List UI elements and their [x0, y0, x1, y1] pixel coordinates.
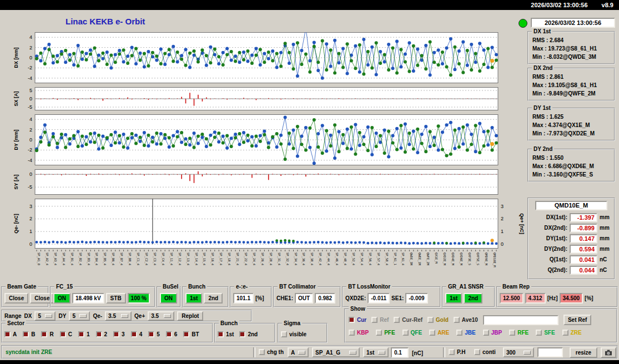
bunch-select[interactable]: 1st [363, 347, 389, 357]
checkbox-cur[interactable]: Cur [349, 317, 366, 323]
checkbox-indicator[interactable] [113, 331, 119, 337]
replot-button[interactable]: Replot [177, 311, 203, 321]
bunch-1st-button[interactable]: 1st [185, 293, 202, 304]
checkbox-indicator[interactable] [4, 331, 11, 337]
checkbox-4[interactable]: 4 [131, 331, 143, 337]
svg-text:SP_B1_4: SP_B1_4 [70, 252, 74, 266]
checkbox-indicator[interactable] [78, 331, 84, 337]
checkbox-indicator[interactable] [259, 349, 265, 355]
group-title: Bunch [219, 320, 239, 326]
checkbox-kbp[interactable]: KBP [349, 330, 369, 336]
checkbox-1[interactable]: 1 [78, 331, 90, 337]
checkbox-indicator[interactable] [402, 330, 409, 336]
range-qem-select[interactable]: 3.5 [105, 311, 132, 321]
ee-ratio-unit: [%] [255, 295, 264, 301]
fc15-on-button[interactable]: ON [53, 293, 71, 304]
points-count-select[interactable]: 300 [503, 347, 534, 357]
chg-th-checkbox[interactable]: chg th [259, 349, 284, 355]
checkbox-jbe[interactable]: JBE [456, 330, 475, 336]
checkbox-gold[interactable]: Gold [427, 317, 449, 323]
checkbox-indicator[interactable] [483, 330, 489, 336]
checkbox-label: conti [482, 349, 496, 355]
checkbox-visible[interactable]: visible [281, 331, 306, 337]
conti-checkbox[interactable]: conti [474, 349, 496, 355]
checkbox-indicator[interactable] [41, 331, 47, 337]
checkbox-2nd[interactable]: 2nd [239, 331, 258, 337]
checkbox-indicator[interactable] [454, 317, 460, 323]
checkbox-indicator[interactable] [148, 331, 154, 337]
checkbox-label: KBP [357, 330, 369, 336]
checkbox-indicator[interactable] [562, 330, 568, 336]
checkbox-a[interactable]: A [4, 331, 17, 337]
range-qep-select[interactable]: 3.5 [148, 311, 174, 321]
fc15-stb-button[interactable]: STB [106, 293, 126, 304]
checkbox-cur-ref[interactable]: Cur-Ref [394, 317, 422, 323]
aux-input[interactable] [537, 347, 563, 357]
checkbox-indicator[interactable] [394, 317, 400, 323]
busel-on-button[interactable]: ON [160, 293, 177, 304]
checkbox-zre[interactable]: ZRE [562, 330, 582, 336]
checkbox-ref[interactable]: Ref [371, 317, 389, 323]
group-title: BuSel [161, 284, 180, 290]
checkbox-indicator[interactable] [218, 331, 224, 337]
checkbox-5[interactable]: 5 [148, 331, 160, 337]
checkbox-indicator[interactable] [474, 349, 480, 355]
checkbox-indicator[interactable] [427, 317, 434, 323]
checkbox-6[interactable]: 6 [166, 331, 178, 337]
checkbox-indicator[interactable] [166, 331, 172, 337]
range-dx-select[interactable]: 5 [34, 311, 56, 321]
checkbox-sfe[interactable]: SFE [536, 330, 555, 336]
snsr-1st-button[interactable]: 1st [445, 293, 462, 304]
bunch-2nd-button[interactable]: 2nd [204, 293, 223, 304]
checkbox-rfe[interactable]: RFE [509, 330, 529, 336]
snsr-2nd-button[interactable]: 2nd [464, 293, 482, 304]
beam-gate-close-button-1[interactable]: Close [4, 293, 28, 304]
checkbox-2[interactable]: 2 [96, 331, 108, 337]
resize-button[interactable]: resize [570, 347, 597, 358]
checkbox-indicator[interactable] [23, 331, 29, 337]
group-ee-ratio: e-:e- 101.1 [%] [230, 286, 272, 307]
checkbox-3[interactable]: 3 [113, 331, 125, 337]
checkbox-indicator[interactable] [429, 330, 435, 336]
checkbox-indicator[interactable] [239, 331, 245, 337]
set-ref-button[interactable]: Set Ref [563, 315, 591, 325]
checkbox-indicator[interactable] [96, 331, 102, 337]
checkbox-bt[interactable]: BT [183, 331, 199, 337]
qmd-monitor-panel: QMD10E_M DX(1st): -1.397 mm DX(2nd): -0.… [527, 198, 615, 280]
checkbox-label: JBE [465, 330, 475, 336]
svg-text:SP_58_4: SP_58_4 [385, 252, 389, 266]
sector-select[interactable]: A [288, 347, 309, 357]
checkbox-1st[interactable]: 1st [218, 331, 234, 337]
checkbox-ave10[interactable]: Ave10 [454, 317, 478, 323]
range-dy-select[interactable]: 5 [69, 311, 90, 321]
checkbox-indicator[interactable] [509, 330, 515, 336]
beam-rep-value-2: 4.312 [525, 293, 546, 304]
checkbox-indicator[interactable] [281, 331, 287, 337]
checkbox-indicator[interactable] [371, 317, 378, 323]
checkbox-indicator[interactable] [183, 331, 189, 337]
checkbox-indicator[interactable] [60, 331, 66, 337]
checkbox-are[interactable]: ARE [429, 330, 449, 336]
checkbox-indicator[interactable] [349, 330, 355, 336]
checkbox-jbp[interactable]: JBP [483, 330, 502, 336]
checkbox-indicator[interactable] [536, 330, 542, 336]
group-title: Sector [6, 320, 26, 326]
checkbox-indicator[interactable] [349, 317, 355, 323]
ph-checkbox[interactable]: P.H [449, 349, 465, 355]
checkbox-qfe[interactable]: QFE [402, 330, 422, 336]
checkbox-indicator[interactable] [376, 330, 382, 336]
checkbox-indicator[interactable] [456, 330, 462, 336]
checkbox-r[interactable]: R [41, 331, 53, 337]
group-title: Bunch [187, 284, 207, 290]
checkbox-indicator[interactable] [449, 349, 455, 355]
checkbox-c[interactable]: C [60, 331, 72, 337]
monitor-select[interactable]: SP_A1_G [312, 347, 360, 357]
threshold-value[interactable]: 0.1 [391, 347, 409, 358]
svg-text:SP_28_4: SP_28_4 [269, 252, 273, 266]
group-sigma: Sigma visible [278, 323, 328, 343]
snapshot-button[interactable] [601, 347, 616, 358]
checkbox-pfe[interactable]: PFE [376, 330, 395, 336]
checkbox-indicator[interactable] [131, 331, 137, 337]
checkbox-b[interactable]: B [23, 331, 35, 337]
ref-name-input[interactable] [483, 315, 558, 325]
